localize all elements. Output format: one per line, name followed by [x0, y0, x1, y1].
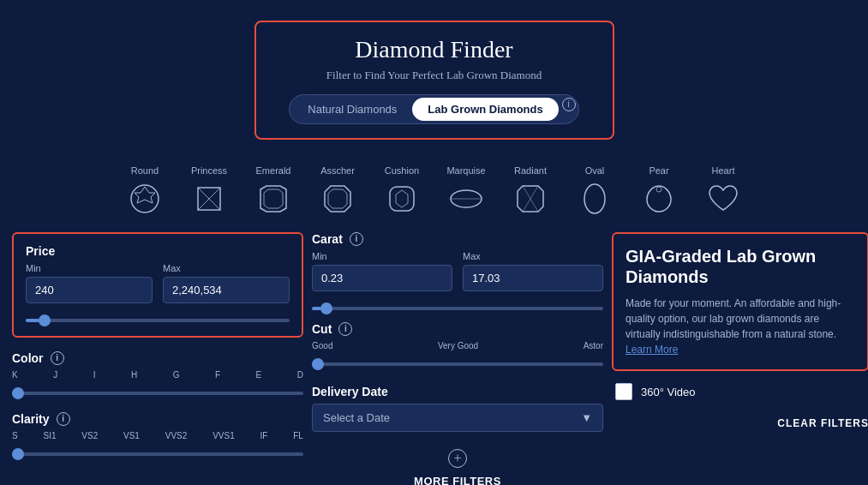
carat-min-label: Min: [312, 251, 452, 261]
plus-icon: +: [312, 449, 603, 471]
round-icon: [127, 181, 163, 217]
carat-range-row: Min Max: [312, 251, 603, 291]
svg-point-18: [584, 184, 605, 213]
cut-scale-labels: Good Very Good Astor: [312, 341, 603, 350]
carat-max-input[interactable]: [463, 265, 603, 291]
natural-diamonds-btn[interactable]: Natural Diamonds: [292, 98, 412, 121]
left-panel: Price Min Max Color i K J: [12, 232, 303, 485]
color-filter: Color i K J I H G F E D: [12, 346, 303, 404]
shape-item-asscher[interactable]: Asscher: [306, 160, 370, 222]
svg-marker-1: [135, 187, 155, 203]
price-filter: Price Min Max: [12, 232, 303, 338]
pear-icon: [641, 181, 677, 217]
price-min-input[interactable]: [26, 277, 153, 303]
shape-item-marquise[interactable]: Marquise: [434, 160, 499, 222]
heart-icon: [705, 181, 741, 217]
carat-label: Carat i: [312, 232, 603, 246]
gia-title: GIA-Graded Lab Grown Diamonds: [626, 246, 855, 287]
diamond-type-toggle[interactable]: Natural Diamonds Lab Grown Diamonds i: [289, 94, 578, 124]
price-max-label: Max: [163, 263, 290, 273]
shape-label-princess: Princess: [191, 165, 227, 176]
svg-line-4: [209, 188, 220, 199]
clarity-label: Clarity i: [12, 412, 303, 426]
svg-point-0: [131, 185, 159, 213]
delivery-label: Delivery Date: [312, 385, 603, 398]
more-filters-button[interactable]: MORE FILTERS: [312, 475, 603, 485]
toggle-info-icon[interactable]: i: [562, 98, 576, 111]
lab-grown-diamonds-btn[interactable]: Lab Grown Diamonds: [412, 98, 558, 121]
price-range-row: Min Max: [26, 263, 290, 303]
cut-label: Cut i: [312, 322, 603, 336]
shape-item-emerald[interactable]: Emerald: [242, 160, 306, 222]
radiant-icon: [512, 181, 548, 217]
page-title: Diamond Finder: [273, 36, 596, 63]
carat-min-input[interactable]: [312, 265, 452, 291]
shape-item-oval[interactable]: Oval: [563, 160, 627, 222]
carat-slider[interactable]: [312, 307, 603, 310]
header-subtitle: Filter to Find Your Perfect Lab Grown Di…: [273, 69, 596, 82]
shape-label-emerald: Emerald: [256, 165, 291, 176]
carat-filter: Carat i Min Max: [312, 232, 603, 314]
carat-min-group: Min: [312, 251, 452, 291]
cut-filter: Cut i Good Very Good Astor: [312, 322, 603, 369]
shape-label-asscher: Asscher: [320, 165, 355, 176]
color-scale-labels: K J I H G F E D: [12, 370, 303, 380]
right-panel: GIA-Graded Lab Grown Diamonds Made for y…: [612, 232, 868, 485]
shape-label-pear: Pear: [649, 165, 668, 176]
shape-label-oval: Oval: [585, 165, 605, 176]
svg-marker-8: [264, 189, 283, 208]
price-min-group: Min: [26, 263, 153, 303]
emerald-icon: [255, 181, 291, 217]
shape-item-radiant[interactable]: Radiant: [499, 160, 563, 222]
delivery-filter: Delivery Date Select a Date ▼: [312, 385, 603, 432]
asscher-icon: [320, 181, 356, 217]
shape-item-round[interactable]: Round: [113, 160, 177, 222]
video-label: 360° Video: [641, 386, 696, 398]
shape-label-round: Round: [131, 165, 159, 176]
price-slider[interactable]: [26, 319, 290, 322]
cut-slider[interactable]: [312, 362, 603, 366]
shape-label-marquise: Marquise: [446, 165, 485, 176]
marquise-icon: [448, 181, 484, 217]
shape-label-heart: Heart: [712, 165, 735, 176]
color-slider[interactable]: [12, 392, 303, 395]
gia-description: Made for your moment. An affordable and …: [626, 296, 855, 357]
shape-label-radiant: Radiant: [514, 165, 547, 176]
price-label: Price: [26, 244, 290, 258]
shape-item-princess[interactable]: Princess: [177, 160, 242, 222]
shape-selector: Round Princess Emerald Asscher: [0, 153, 868, 229]
main-filters: Price Min Max Color i K J: [0, 232, 868, 485]
carat-max-label: Max: [463, 251, 603, 261]
delivery-date-select[interactable]: Select a Date ▼: [312, 404, 603, 432]
video-checkbox[interactable]: [615, 383, 632, 400]
shape-item-pear[interactable]: Pear: [627, 160, 691, 222]
princess-icon: [191, 181, 227, 217]
svg-point-19: [656, 187, 661, 192]
carat-max-group: Max: [463, 251, 603, 291]
gia-learn-more-link[interactable]: Learn More: [626, 344, 678, 356]
cut-info-icon[interactable]: i: [338, 322, 352, 336]
delivery-placeholder: Select a Date: [323, 411, 390, 424]
gia-info-box: GIA-Graded Lab Grown Diamonds Made for y…: [612, 232, 868, 371]
delivery-select-wrapper: Select a Date ▼: [312, 404, 603, 432]
svg-marker-7: [260, 186, 286, 212]
diamond-finder-header: Diamond Finder Filter to Find Your Perfe…: [254, 21, 614, 140]
price-min-label: Min: [26, 263, 153, 273]
more-filters-section: + MORE FILTERS: [312, 449, 603, 485]
shape-item-heart[interactable]: Heart: [691, 160, 756, 222]
mid-panel: Carat i Min Max Cut i Goo: [312, 232, 603, 485]
price-max-input[interactable]: [163, 277, 290, 303]
shape-item-cushion[interactable]: Cushion: [370, 160, 434, 222]
clarity-slider[interactable]: [12, 452, 303, 456]
svg-line-5: [198, 199, 209, 210]
clarity-scale-labels: S SI1 VS2 VS1 VVS2 VVS1 IF FL: [12, 431, 303, 440]
clarity-info-icon[interactable]: i: [57, 412, 70, 426]
delivery-arrow-icon: ▼: [581, 411, 592, 424]
clear-filters-button[interactable]: CLEAR FILTERS: [612, 417, 868, 429]
shape-label-cushion: Cushion: [385, 165, 419, 176]
svg-line-3: [198, 188, 209, 199]
svg-marker-10: [328, 189, 347, 208]
color-info-icon[interactable]: i: [51, 351, 64, 365]
carat-info-icon[interactable]: i: [350, 232, 363, 246]
svg-marker-9: [325, 186, 350, 212]
